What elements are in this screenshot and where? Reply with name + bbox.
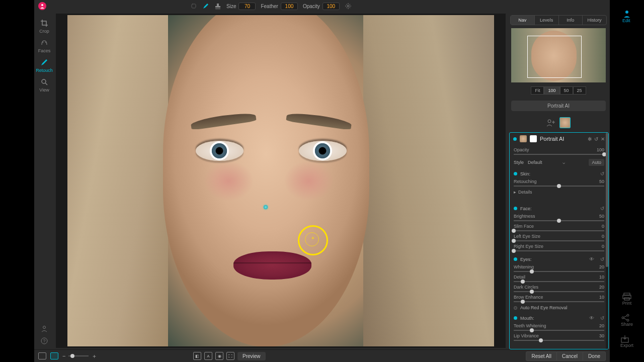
tab-nav[interactable]: Nav	[511, 16, 535, 25]
right-eye-slider[interactable]	[514, 250, 604, 251]
slim-slider[interactable]	[514, 230, 604, 231]
cancel-button[interactable]: Cancel	[557, 351, 583, 361]
svg-point-2	[347, 5, 349, 7]
slim-value: 0	[602, 224, 604, 229]
svg-point-14	[627, 319, 629, 321]
brush-tool-icon[interactable]	[202, 3, 209, 10]
whitening-label: Whitening	[514, 264, 534, 269]
face-reset-icon[interactable]: ↺	[600, 206, 604, 211]
canvas[interactable]	[56, 14, 506, 348]
skin-toggle[interactable]	[514, 172, 517, 175]
gear-icon[interactable]	[345, 3, 352, 10]
details-expand[interactable]: ▸Details	[514, 190, 604, 195]
zoom-100-button[interactable]: 100	[544, 86, 559, 95]
reset-all-button[interactable]: Reset All	[526, 351, 556, 361]
app-logo	[38, 2, 46, 10]
panel-title: Portrait AI	[540, 136, 564, 142]
panel-mask-icon[interactable]	[530, 135, 537, 142]
faces-tool[interactable]: Faces	[38, 39, 51, 53]
skin-reset-icon[interactable]: ↺	[600, 171, 604, 176]
whitening-value: 20	[599, 264, 604, 269]
tab-levels[interactable]: Levels	[535, 16, 559, 25]
edit-mode[interactable]: Edit	[622, 9, 631, 23]
svg-point-0	[41, 4, 43, 6]
zoom-slider[interactable]: −＋	[62, 352, 97, 360]
svg-point-7	[548, 120, 551, 123]
zoom-25-button[interactable]: 25	[573, 86, 586, 95]
preview-button[interactable]: Preview	[237, 352, 266, 360]
help-icon[interactable]: ?	[41, 337, 48, 344]
portrait-ai-button[interactable]: Portrait AI	[511, 101, 606, 111]
zoom-fit-button[interactable]: Fit	[531, 86, 544, 95]
text-overlay-icon[interactable]: A	[204, 352, 212, 360]
size-value[interactable]: 70	[238, 3, 256, 10]
layout-split-icon[interactable]	[50, 352, 58, 359]
opacity-value[interactable]: 100	[323, 3, 340, 10]
dark-circles-label: Dark Circles	[514, 285, 538, 290]
export-button[interactable]: Export	[620, 335, 633, 348]
tab-history[interactable]: History	[583, 16, 606, 25]
left-eye-slider[interactable]	[514, 240, 604, 241]
retouch-tool[interactable]: Retouch	[36, 58, 53, 73]
zoom-50-button[interactable]: 50	[560, 86, 573, 95]
right-sidebar: Edit Print Share Export	[610, 0, 644, 362]
view-tool[interactable]: View	[39, 78, 49, 93]
red-eye-label: Auto Red Eye Removal	[520, 305, 568, 310]
opacity-slider[interactable]	[514, 154, 604, 155]
auto-button[interactable]: Auto	[589, 159, 604, 166]
portrait-image	[67, 15, 494, 346]
detail-value: 10	[599, 275, 604, 280]
dark-circles-slider[interactable]	[514, 291, 604, 292]
face-toggle[interactable]	[514, 207, 517, 210]
retouching-slider[interactable]	[514, 186, 604, 187]
navigator-viewport[interactable]	[527, 36, 582, 78]
svg-rect-9	[624, 293, 630, 295]
mask-view-icon[interactable]: ◉	[215, 352, 223, 360]
crop-tool[interactable]: Crop	[39, 19, 49, 34]
navigator-thumbnail[interactable]	[511, 28, 606, 82]
right-eye-value: 0	[602, 244, 604, 249]
opacity-label: Opacity	[303, 4, 320, 9]
style-select[interactable]: Default ⌵	[528, 160, 585, 165]
panel-thumb-icon	[520, 135, 527, 142]
mouth-toggle[interactable]	[514, 316, 517, 320]
eyes-toggle[interactable]	[514, 257, 517, 261]
mouth-reset-icon[interactable]: ↺	[600, 315, 604, 321]
share-button[interactable]: Share	[621, 314, 633, 327]
add-face-icon[interactable]	[546, 119, 555, 127]
brow-label: Brow Enhance	[514, 295, 543, 300]
teeth-slider[interactable]	[514, 330, 604, 331]
lip-slider[interactable]	[514, 340, 604, 341]
svg-point-4	[43, 326, 46, 329]
print-button[interactable]: Print	[622, 293, 632, 306]
eyes-reset-icon[interactable]: ↺	[600, 256, 604, 262]
detail-slider[interactable]	[514, 281, 604, 282]
brightness-value: 50	[599, 214, 604, 219]
crop-view-icon[interactable]: ⛶	[226, 352, 234, 360]
detail-label: Detail	[514, 275, 525, 280]
red-eye-checkbox[interactable]	[514, 306, 517, 310]
panel-close-icon[interactable]: ✕	[601, 136, 605, 142]
whitening-slider[interactable]	[514, 271, 604, 272]
eyes-visibility-icon[interactable]: 👁	[589, 256, 594, 262]
opacity-slider-value: 100	[597, 147, 604, 152]
feather-value[interactable]: 100	[281, 3, 298, 10]
compare-icon[interactable]: ◧	[193, 352, 201, 360]
app-window: Size70 Feather100 Opacity100 Crop Faces …	[34, 0, 610, 362]
layout-single-icon[interactable]	[38, 352, 46, 359]
face-thumbnail[interactable]	[559, 117, 571, 128]
panel-gear-icon[interactable]: ✻	[588, 136, 592, 142]
tab-info[interactable]: Info	[559, 16, 583, 25]
person-icon[interactable]	[41, 325, 48, 332]
svg-point-8	[625, 11, 628, 14]
size-label: Size	[226, 4, 236, 9]
brow-slider[interactable]	[514, 301, 604, 302]
panel-reset-icon[interactable]: ↺	[594, 136, 598, 142]
stamp-tool-icon[interactable]	[214, 3, 221, 10]
dark-circles-value: 20	[599, 285, 604, 290]
done-button[interactable]: Done	[583, 351, 606, 361]
panel-toggle[interactable]	[513, 137, 517, 141]
brightness-slider[interactable]	[514, 220, 604, 221]
mouth-visibility-icon[interactable]: 👁	[589, 315, 594, 321]
heal-tool-icon[interactable]	[190, 3, 197, 10]
